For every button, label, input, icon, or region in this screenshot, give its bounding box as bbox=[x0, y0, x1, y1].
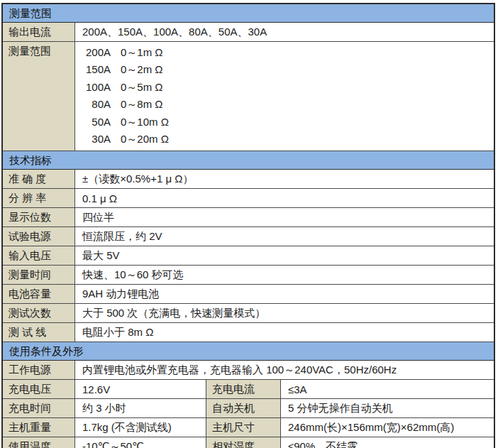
range-line: 200A 0～1m Ω bbox=[82, 44, 491, 61]
range-value: 0～20m Ω bbox=[121, 131, 169, 148]
spec-value: 0.1 μ Ω bbox=[75, 189, 494, 207]
spec-value: 最大 5V bbox=[75, 246, 494, 265]
spec-label: 试验电源 bbox=[3, 227, 75, 246]
table-row: 准 确 度 ±（读数×0.5%+1 μ Ω） bbox=[3, 170, 494, 189]
spec-value: 5 分钟无操作自动关机 bbox=[281, 399, 494, 417]
range-value: 0～5m Ω bbox=[121, 79, 163, 96]
spec-value: 恒流限压，约 2V bbox=[75, 227, 494, 246]
spec-label: 测 试 线 bbox=[3, 323, 75, 342]
spec-value: 内置锂电池或外置充电器，充电器输入 100～240VAC，50Hz/60Hz bbox=[75, 361, 494, 379]
range-value: 0～2m Ω bbox=[121, 61, 163, 78]
range-line: 30A 0～20m Ω bbox=[82, 131, 491, 148]
range-current: 80A bbox=[82, 96, 111, 113]
range-current: 30A bbox=[82, 131, 111, 148]
table-row: 充电时间 约 3 小时 自动关机 5 分钟无操作自动关机 bbox=[3, 399, 494, 418]
spec-label: 准 确 度 bbox=[3, 170, 75, 188]
spec-label: 工作电源 bbox=[3, 361, 75, 379]
range-line: 150A 0～2m Ω bbox=[82, 61, 491, 78]
spec-label: 测量范围 bbox=[3, 42, 75, 151]
spec-value: 246mm(长)×156mm(宽)×62mm(高) bbox=[281, 418, 494, 437]
table-row: 使用温度 -10℃～50℃ 相对湿度 ≤90%，不结露 bbox=[3, 437, 494, 448]
spec-label: 充电时间 bbox=[3, 399, 75, 417]
spec-value: ≤90%，不结露 bbox=[281, 437, 494, 448]
table-row: 显示位数 四位半 bbox=[3, 208, 494, 227]
spec-label: 分 辨 率 bbox=[3, 189, 75, 207]
spec-label: 充电电压 bbox=[3, 380, 75, 398]
table-row: 充电电压 12.6V 充电电流 ≤3A bbox=[3, 380, 494, 399]
spec-label: 输出电流 bbox=[3, 23, 75, 41]
spec-value: 9AH 动力锂电池 bbox=[75, 285, 494, 303]
range-current: 100A bbox=[82, 79, 111, 96]
table-row: 输入电压 最大 5V bbox=[3, 246, 494, 266]
spec-label: 主机重量 bbox=[3, 418, 75, 437]
spec-label: 相对湿度 bbox=[206, 437, 281, 448]
table-row: 工作电源 内置锂电池或外置充电器，充电器输入 100～240VAC，50Hz/6… bbox=[3, 361, 494, 380]
table-row: 试验电源 恒流限压，约 2V bbox=[3, 227, 494, 246]
table-row: 分 辨 率 0.1 μ Ω bbox=[3, 189, 494, 208]
range-value: 0～10m Ω bbox=[121, 114, 169, 131]
range-current: 50A bbox=[82, 114, 111, 131]
spec-label: 使用温度 bbox=[3, 437, 75, 448]
spec-value: 四位半 bbox=[75, 208, 494, 226]
spec-label: 测试次数 bbox=[3, 304, 75, 322]
spec-value: 电阻小于 8m Ω bbox=[75, 323, 494, 342]
spec-label: 自动关机 bbox=[206, 399, 281, 417]
spec-value: 1.7kg (不含测试线) bbox=[75, 418, 206, 437]
range-line: 50A 0～10m Ω bbox=[82, 114, 491, 131]
spec-value: 快速、10～60 秒可选 bbox=[75, 266, 494, 284]
spec-label: 电池容量 bbox=[3, 285, 75, 303]
range-current: 200A bbox=[82, 44, 111, 61]
spec-value: ≤3A bbox=[281, 380, 494, 398]
table-row: 输出电流 200A、150A、100A、80A、50A、30A bbox=[3, 23, 494, 42]
table-row: 测 试 线 电阻小于 8m Ω bbox=[3, 323, 494, 342]
section-header-measure: 测量范围 bbox=[3, 4, 494, 23]
section-header-tech: 技术指标 bbox=[3, 151, 494, 170]
spec-value: -10℃～50℃ bbox=[75, 437, 206, 448]
range-value: 0～1m Ω bbox=[121, 44, 163, 61]
spec-value: 200A 0～1m Ω 150A 0～2m Ω 100A 0～5m Ω 80A … bbox=[75, 42, 494, 151]
table-row: 主机重量 1.7kg (不含测试线) 主机尺寸 246mm(长)×156mm(宽… bbox=[3, 418, 494, 437]
table-row: 测量时间 快速、10～60 秒可选 bbox=[3, 266, 494, 285]
spec-label: 输入电压 bbox=[3, 246, 75, 265]
spec-label: 测量时间 bbox=[3, 266, 75, 284]
range-value: 0～8m Ω bbox=[121, 96, 163, 113]
spec-value: 约 3 小时 bbox=[75, 399, 206, 417]
spec-value: 12.6V bbox=[75, 380, 206, 398]
spec-label: 主机尺寸 bbox=[206, 418, 281, 437]
table-row: 测试次数 大于 500 次（充满电，快速测量模式） bbox=[3, 304, 494, 323]
spec-label: 显示位数 bbox=[3, 208, 75, 226]
table-row: 测量范围 200A 0～1m Ω 150A 0～2m Ω 100A 0～5m Ω… bbox=[3, 42, 494, 151]
range-current: 150A bbox=[82, 61, 111, 78]
spec-value: 大于 500 次（充满电，快速测量模式） bbox=[75, 304, 494, 322]
spec-value: 200A、150A、100A、80A、50A、30A bbox=[75, 23, 494, 41]
spec-table: 测量范围 输出电流 200A、150A、100A、80A、50A、30A 测量范… bbox=[1, 3, 495, 448]
range-line: 100A 0～5m Ω bbox=[82, 79, 491, 96]
spec-value: ±（读数×0.5%+1 μ Ω） bbox=[75, 170, 494, 188]
section-header-usage: 使用条件及外形 bbox=[3, 342, 494, 361]
spec-label: 充电电流 bbox=[206, 380, 281, 398]
range-line: 80A 0～8m Ω bbox=[82, 96, 491, 113]
table-row: 电池容量 9AH 动力锂电池 bbox=[3, 285, 494, 304]
